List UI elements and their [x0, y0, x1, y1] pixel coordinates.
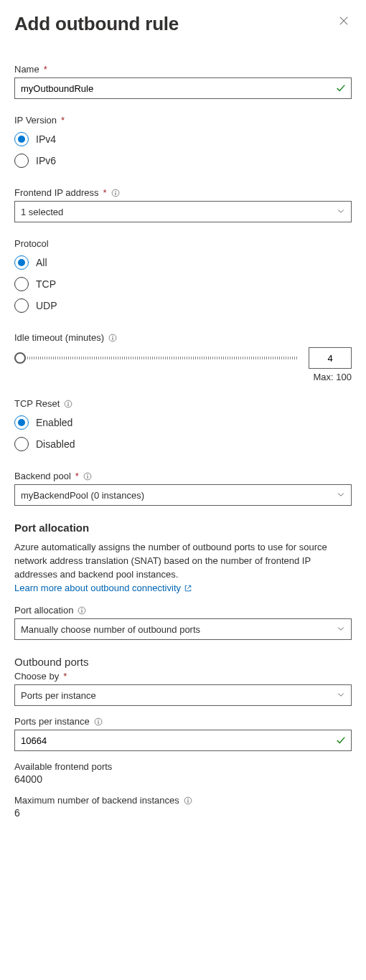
name-label: Name*: [14, 64, 352, 75]
max-backend-instances-value: 6: [14, 807, 352, 819]
port-allocation-description: Azure automatically assigns the number o…: [14, 541, 352, 595]
close-icon: [339, 16, 349, 26]
info-icon[interactable]: [64, 400, 72, 408]
protocol-label: Protocol: [14, 238, 352, 249]
radio-icon: [14, 132, 29, 146]
radio-icon: [14, 277, 29, 291]
svg-point-7: [68, 402, 69, 402]
available-ports-value: 64000: [14, 773, 352, 785]
svg-rect-14: [82, 610, 83, 613]
port-allocation-section-title: Port allocation: [14, 522, 352, 534]
backend-pool-select[interactable]: myBackendPool (0 instances): [14, 484, 352, 506]
check-icon: [336, 83, 346, 93]
learn-more-link[interactable]: Learn more about outbound connectivity: [14, 582, 192, 595]
tcp-reset-enabled-radio[interactable]: Enabled: [14, 412, 352, 433]
info-icon[interactable]: [83, 472, 92, 481]
chevron-down-icon: [337, 690, 345, 701]
info-icon[interactable]: [184, 796, 192, 805]
svg-point-16: [98, 720, 98, 720]
svg-rect-17: [98, 721, 98, 724]
radio-icon: [14, 437, 29, 451]
svg-point-13: [82, 608, 83, 609]
backend-pool-label: Backend pool*: [14, 471, 352, 481]
frontend-ip-select[interactable]: 1 selected: [14, 201, 352, 222]
port-allocation-label: Port allocation: [14, 605, 352, 616]
page-title: Add outbound rule: [14, 13, 179, 35]
svg-rect-20: [187, 800, 188, 803]
choose-by-select[interactable]: Ports per instance: [14, 684, 352, 706]
idle-timeout-input[interactable]: [309, 347, 352, 369]
radio-icon: [14, 298, 29, 313]
svg-rect-5: [112, 337, 113, 340]
info-icon[interactable]: [78, 606, 86, 615]
svg-rect-11: [87, 476, 88, 479]
svg-point-4: [112, 336, 113, 336]
svg-rect-8: [68, 403, 69, 406]
ip-version-label: IP Version*: [14, 115, 352, 126]
info-icon[interactable]: [108, 334, 117, 342]
radio-icon: [14, 154, 29, 168]
name-input[interactable]: [14, 77, 352, 99]
svg-point-1: [115, 191, 116, 192]
ip-version-ipv6-radio[interactable]: IPv6: [14, 150, 352, 171]
chevron-down-icon: [337, 490, 345, 501]
outbound-ports-title: Outbound ports: [14, 656, 352, 668]
slider-thumb[interactable]: [14, 352, 26, 364]
close-button[interactable]: [336, 13, 352, 29]
idle-timeout-slider[interactable]: [14, 351, 299, 365]
radio-icon: [14, 415, 29, 430]
svg-point-10: [87, 474, 88, 475]
frontend-ip-label: Frontend IP address*: [14, 187, 352, 198]
info-icon[interactable]: [94, 717, 103, 726]
tcp-reset-disabled-radio[interactable]: Disabled: [14, 433, 352, 455]
protocol-udp-radio[interactable]: UDP: [14, 295, 352, 316]
check-icon: [336, 735, 346, 745]
info-icon[interactable]: [111, 189, 120, 197]
ip-version-ipv4-radio[interactable]: IPv4: [14, 128, 352, 150]
max-backend-instances-label: Maximum number of backend instances: [14, 795, 352, 806]
port-allocation-select[interactable]: Manually choose number of outbound ports: [14, 618, 352, 640]
tcp-reset-label: TCP Reset: [14, 398, 352, 409]
protocol-all-radio[interactable]: All: [14, 252, 352, 273]
ports-per-instance-input[interactable]: [14, 730, 352, 751]
idle-timeout-label: Idle timeout (minutes): [14, 332, 352, 343]
choose-by-label: Choose by*: [14, 671, 352, 682]
available-ports-label: Available frontend ports: [14, 761, 352, 772]
svg-point-19: [187, 798, 188, 799]
idle-timeout-max-label: Max: 100: [14, 372, 352, 382]
external-link-icon: [184, 584, 192, 593]
chevron-down-icon: [337, 624, 345, 635]
chevron-down-icon: [337, 207, 345, 217]
svg-rect-2: [115, 192, 116, 195]
radio-icon: [14, 255, 29, 270]
protocol-tcp-radio[interactable]: TCP: [14, 273, 352, 295]
ports-per-instance-label: Ports per instance: [14, 716, 352, 727]
